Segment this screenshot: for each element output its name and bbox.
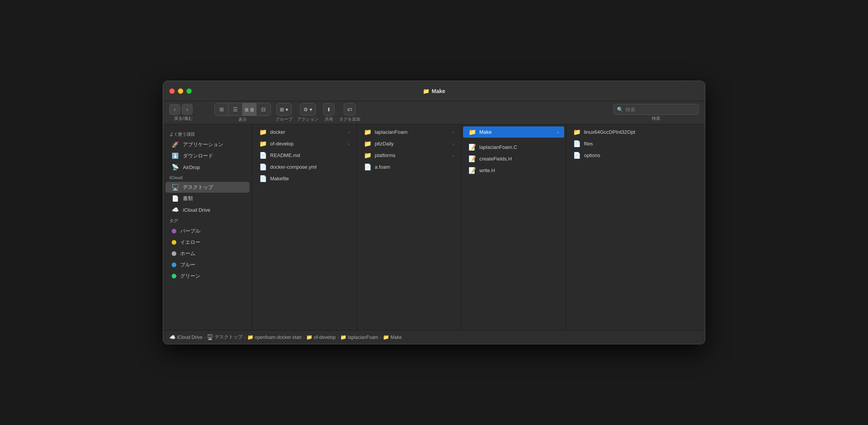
chevron-down-icon2: ▾: [310, 107, 312, 112]
breadcrumb-openfoam[interactable]: 📁 openfoam-docker-start: [247, 334, 302, 340]
file-name: createFields.H: [479, 156, 559, 162]
chevron-icon: ›: [557, 130, 559, 135]
sidebar-item-label: iCloud Drive: [183, 207, 210, 213]
gear-icon: ⚙: [303, 107, 308, 112]
file-item-options[interactable]: 📄 options: [568, 150, 650, 161]
breadcrumb-make[interactable]: 📁 Make: [383, 334, 402, 340]
list-view-button[interactable]: ☰: [229, 103, 243, 116]
column-view-button[interactable]: ⫼⫼: [243, 103, 257, 116]
file-item-makefile[interactable]: 📄 Makefile: [254, 173, 355, 184]
sidebar-item-desktop[interactable]: 🖥️ デスクトップ: [165, 182, 250, 193]
share-label: 共有: [325, 116, 333, 122]
share-button[interactable]: ⬆: [323, 103, 334, 116]
breadcrumb-icloud[interactable]: ☁️ iCloud Drive: [169, 334, 202, 340]
file-item-createfields[interactable]: 📝 createFields.H: [463, 153, 564, 164]
file-item-docker-compose[interactable]: 📄 docker-compose.yml: [254, 161, 355, 173]
folder-icon: 📁: [364, 128, 372, 136]
file-item-pitzdaily[interactable]: 📁 pitzDaily ›: [358, 138, 460, 149]
back-button[interactable]: ‹: [169, 104, 180, 115]
group-button[interactable]: ⊞ ▾: [276, 103, 292, 116]
tag-group: 🏷 タグを追加: [339, 103, 360, 122]
icon-view-button[interactable]: ⊞: [215, 103, 229, 116]
sidebar-tag-blue[interactable]: ブルー: [165, 259, 250, 270]
breadcrumb-of-develop[interactable]: 📁 of-develop: [306, 334, 336, 340]
file-item-linux64[interactable]: 📁 linux64GccDPInt32Opt: [568, 126, 650, 138]
minimize-button[interactable]: [178, 88, 183, 94]
file-name: docker-compose.yml: [270, 164, 350, 170]
breadcrumb-bar: ☁️ iCloud Drive › 🖥️ デスクトップ › 📁 openfoam…: [163, 330, 705, 344]
sidebar-item-downloads[interactable]: ⬇️ ダウンロード: [165, 150, 250, 161]
search-box[interactable]: 🔍: [613, 104, 699, 115]
file-name: docker: [270, 129, 345, 135]
view-label: 表示: [238, 117, 247, 123]
sidebar-item-airdrop[interactable]: 📡 AirDrop: [165, 162, 250, 173]
file-item-docker[interactable]: 📁 docker ›: [254, 126, 355, 138]
tag-button[interactable]: 🏷: [344, 103, 356, 116]
blue-dot: [172, 263, 176, 267]
cfile-icon: 📝: [468, 167, 476, 174]
tag-icon: 🏷: [347, 107, 352, 112]
search-input[interactable]: [625, 107, 695, 112]
file-item-readme[interactable]: 📄 README.md: [254, 150, 355, 161]
desktop-bc-icon: 🖥️: [207, 334, 213, 340]
sidebar-tag-purple[interactable]: パープル: [165, 226, 250, 237]
sidebar-tag-home[interactable]: ホーム: [165, 248, 250, 259]
forward-button[interactable]: ›: [182, 104, 193, 115]
breadcrumb-sep: ›: [337, 335, 339, 340]
home-dot: [172, 251, 176, 256]
file-item-write-h[interactable]: 📝 write.H: [463, 165, 564, 176]
file-item-laplacianfoam-c[interactable]: 📝 laplacianFoam.C: [463, 142, 564, 153]
folder-icon: 📁: [364, 140, 372, 147]
view-group: ⊞ ☰ ⫼⫼ ⊟ 表示: [214, 103, 271, 123]
sidebar-item-applications[interactable]: 🚀 アプリケーション: [165, 139, 250, 150]
breadcrumb-label: デスクトップ: [215, 334, 243, 340]
sidebar-tag-label: グリーン: [180, 273, 200, 280]
file-column-2: 📁 laplacianFoam › 📁 pitzDaily › 📁 platfo…: [357, 124, 462, 330]
tag-label: タグを追加: [339, 116, 360, 122]
icloud-drive-icon: ☁️: [172, 206, 179, 213]
action-label: アクション: [297, 116, 319, 122]
airdrop-icon: 📡: [172, 164, 179, 171]
gallery-view-button[interactable]: ⊟: [257, 103, 270, 116]
breadcrumb-label: of-develop: [314, 335, 336, 340]
green-dot: [172, 274, 176, 278]
file-item-make[interactable]: 📁 Make ›: [463, 126, 564, 138]
breadcrumb-laplacianfoam[interactable]: 📁 laplacianFoam: [340, 334, 378, 340]
file-name: a.foam: [375, 164, 454, 170]
file-name: Make: [479, 129, 554, 135]
breadcrumb-desktop[interactable]: 🖥️ デスクトップ: [207, 334, 243, 340]
folder-icon: 📁: [364, 152, 372, 159]
zoom-button[interactable]: [186, 88, 192, 94]
view-buttons: ⊞ ☰ ⫼⫼ ⊟: [214, 103, 271, 116]
file-item-afoam[interactable]: 📄 a.foam: [358, 161, 460, 173]
file-item-laplacianfoam[interactable]: 📁 laplacianFoam ›: [358, 126, 460, 138]
folder-selected-icon: 📁: [468, 128, 476, 136]
search-label: 検索: [652, 116, 660, 121]
file-item-of-develop[interactable]: 📁 of-develop ›: [254, 138, 355, 149]
nav-group: ‹ › 戻る/進む: [169, 104, 197, 121]
file-name: write.H: [479, 168, 559, 173]
documents-icon: 📄: [172, 195, 179, 202]
sidebar-tag-yellow[interactable]: イエロー: [165, 237, 250, 248]
chevron-icon: ›: [348, 142, 350, 146]
folder-bc-icon: 📁: [247, 334, 253, 340]
sidebar-item-label: ダウンロード: [183, 152, 213, 159]
close-button[interactable]: [169, 88, 175, 94]
file-item-files[interactable]: 📄 files: [568, 138, 650, 149]
sidebar-item-label: アプリケーション: [183, 141, 223, 148]
toolbar: ‹ › 戻る/進む ⊞ ☰ ⫼⫼ ⊟ 表示 ⊞ ▾ グループ ⚙: [163, 101, 705, 124]
file-item-platforms[interactable]: 📁 platforms ›: [358, 150, 460, 161]
cfile-icon: 📝: [468, 143, 476, 151]
sidebar-tag-green[interactable]: グリーン: [165, 271, 250, 282]
file-name: linux64GccDPInt32Opt: [584, 129, 644, 135]
cfile-icon: 📝: [468, 155, 476, 162]
sidebar-item-documents[interactable]: 📄 書類: [165, 193, 250, 204]
window-title: 📁 Make: [423, 88, 445, 94]
action-button[interactable]: ⚙ ▾: [300, 103, 316, 116]
breadcrumb-sep: ›: [303, 335, 305, 340]
search-icon: 🔍: [617, 107, 623, 112]
folder-icon: 📁: [259, 128, 267, 136]
sidebar-item-icloud-drive[interactable]: ☁️ iCloud Drive: [165, 204, 250, 215]
chevron-icon: ›: [453, 130, 454, 135]
folder-icon: 📁: [259, 140, 267, 147]
